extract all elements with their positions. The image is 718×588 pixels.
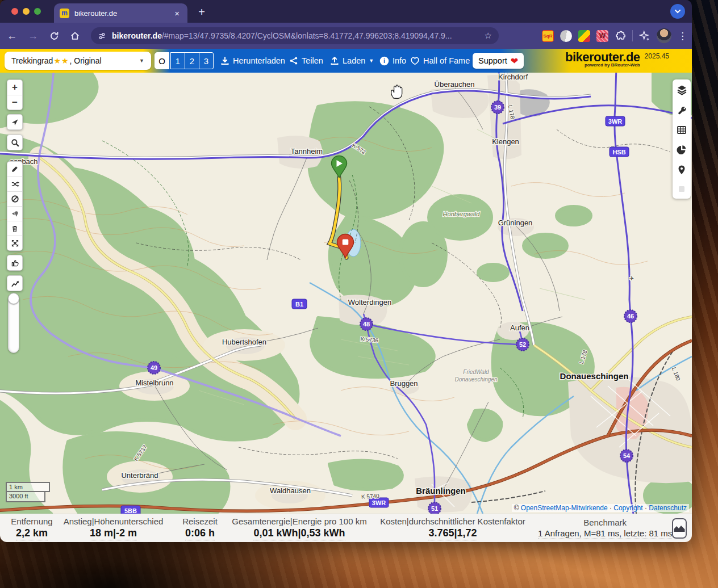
load-caret-icon: ▼: [369, 58, 374, 64]
table-icon[interactable]: [677, 125, 687, 135]
svg-text:Überauchen: Überauchen: [435, 80, 475, 89]
svg-text:Tannheim: Tannheim: [291, 147, 323, 156]
stat-label: Gesamtenergie|Energie pro 100 km: [232, 516, 366, 526]
logo-block: bikerouter.de powered by BRouter-Web 202…: [565, 51, 669, 68]
alternative-button-1[interactable]: 1: [170, 52, 185, 69]
window-chevron-button[interactable]: [670, 4, 685, 19]
screenshot-icon[interactable]: [677, 184, 686, 194]
profile-select[interactable]: Trekkingrad ★★ , Original ▼: [5, 52, 151, 70]
browser-menu-icon[interactable]: ⋮: [678, 30, 687, 42]
chevron-down-icon: [674, 8, 681, 15]
site-settings-icon[interactable]: [98, 32, 106, 40]
info-label: Info: [393, 56, 406, 65]
tab-bar: m bikerouter.de × +: [0, 0, 692, 23]
opacity-slider-handle[interactable]: [8, 293, 19, 304]
extension-sqr-icon[interactable]: SqR: [542, 30, 554, 42]
svg-text:Kirchdorf: Kirchdorf: [498, 73, 528, 81]
elevation-area-icon: [673, 524, 686, 533]
svg-text:Hubertshofen: Hubertshofen: [222, 338, 266, 346]
tab-close-icon[interactable]: ×: [172, 9, 182, 18]
pie-chart-icon[interactable]: [677, 145, 687, 155]
map-canvas[interactable]: 3WRHSBB13WR5BB39484652495154 senbachTann…: [0, 73, 692, 514]
trash-icon: [11, 225, 19, 233]
stat-label: Reisezeit: [182, 516, 218, 526]
stat-label: Kosten|durchschnittlicher Kostenfaktor: [380, 516, 525, 526]
extension-tile-icon[interactable]: [578, 30, 590, 42]
line-chart-icon: [11, 279, 19, 288]
delete-route-button[interactable]: [7, 221, 22, 236]
thumbs-up-icon: [11, 259, 19, 267]
attribution-link-3[interactable]: Datenschutz: [649, 504, 687, 512]
svg-text:3WR: 3WR: [372, 499, 386, 506]
grab-hand-cursor: [390, 83, 404, 100]
wrench-icon[interactable]: [677, 105, 687, 115]
locate-button[interactable]: [7, 115, 22, 129]
nogo-areas-button[interactable]: [7, 191, 22, 206]
attribution-link-1[interactable]: OpenStreetMap-Mitwirkende: [521, 504, 608, 512]
browser-window: m bikerouter.de × + ← → bikerouter.de/#m…: [0, 0, 692, 542]
layers-icon[interactable]: [677, 85, 687, 95]
attribution-link-2[interactable]: Copyright: [613, 504, 642, 512]
zoom-out-button[interactable]: −: [7, 95, 22, 110]
stat-label: Entfernung: [11, 516, 52, 526]
stat-kosten-durchschnittlicher-kostenfaktor: Kosten|durchschnittlicher Kostenfaktor3.…: [368, 516, 538, 540]
version-label: 2025.45: [645, 52, 669, 60]
alternative-button-2[interactable]: 2: [185, 52, 199, 69]
minimize-window-button[interactable]: [23, 8, 30, 15]
close-window-button[interactable]: [11, 8, 18, 15]
svg-text:54: 54: [623, 452, 631, 459]
alternative-button-O[interactable]: O: [155, 52, 169, 69]
hall-of-fame-button[interactable]: Hall of Fame: [410, 49, 470, 73]
locate-arrow-icon: [11, 118, 19, 127]
draw-route-button[interactable]: [7, 162, 22, 177]
like-control: [7, 255, 23, 271]
svg-text:Bruggen: Bruggen: [390, 379, 418, 388]
share-button[interactable]: Teilen: [289, 49, 323, 73]
profile-badge-icon[interactable]: [639, 30, 650, 41]
draw-tools: [7, 161, 23, 251]
load-button[interactable]: Laden ▼: [330, 49, 374, 73]
svg-text:51: 51: [431, 505, 438, 512]
address-bar[interactable]: bikerouter.de/#map=13/47.9735/8.4207/Cyc…: [91, 27, 499, 44]
zoom-in-button[interactable]: +: [7, 80, 22, 95]
download-icon: [220, 56, 229, 65]
opacity-slider[interactable]: [8, 293, 19, 353]
thumbs-up-button[interactable]: [7, 255, 22, 270]
support-button[interactable]: Support ❤: [473, 53, 524, 69]
extension-sphere-icon[interactable]: [560, 30, 572, 42]
alternative-button-3[interactable]: 3: [199, 52, 214, 69]
profile-name: Trekkingrad: [11, 56, 53, 65]
map-pin-icon[interactable]: [677, 165, 686, 175]
info-button[interactable]: i Info: [379, 49, 406, 73]
download-button[interactable]: Herunterladen: [220, 49, 285, 73]
extensions-puzzle-icon[interactable]: [615, 30, 626, 41]
poi-marker-button[interactable]: [7, 206, 22, 221]
svg-text:Waldhausen: Waldhausen: [270, 486, 311, 495]
reload-button[interactable]: [45, 27, 63, 45]
svg-text:52: 52: [519, 341, 526, 348]
profile-stars: ★★: [53, 56, 69, 65]
elevation-profile-button[interactable]: [672, 518, 687, 539]
scale-control: 1 km 3000 ft: [6, 482, 50, 502]
search-icon: [11, 138, 19, 147]
new-tab-button[interactable]: +: [194, 4, 210, 20]
forward-button[interactable]: →: [24, 27, 42, 45]
extension-w-icon[interactable]: W: [596, 30, 608, 42]
back-button[interactable]: ←: [3, 27, 21, 45]
search-button[interactable]: [7, 135, 22, 150]
svg-text:Honbergwald: Honbergwald: [443, 211, 481, 217]
reload-icon: [49, 31, 59, 41]
fit-route-button[interactable]: [7, 236, 22, 250]
elevation-chart-button[interactable]: [7, 276, 22, 291]
home-button[interactable]: [66, 27, 84, 45]
profile-avatar[interactable]: [657, 28, 671, 43]
stat-value: 3.765|1,72: [428, 527, 477, 540]
extensions-row: SqR W ⋮: [542, 23, 687, 49]
bookmark-star-icon[interactable]: ☆: [485, 31, 492, 41]
svg-text:B1: B1: [295, 301, 303, 308]
home-icon: [70, 31, 80, 41]
reverse-route-button[interactable]: [7, 177, 22, 191]
zoom-window-button[interactable]: [34, 8, 41, 15]
svg-text:FriedWald: FriedWald: [463, 369, 489, 375]
browser-tab[interactable]: m bikerouter.de ×: [54, 3, 187, 23]
